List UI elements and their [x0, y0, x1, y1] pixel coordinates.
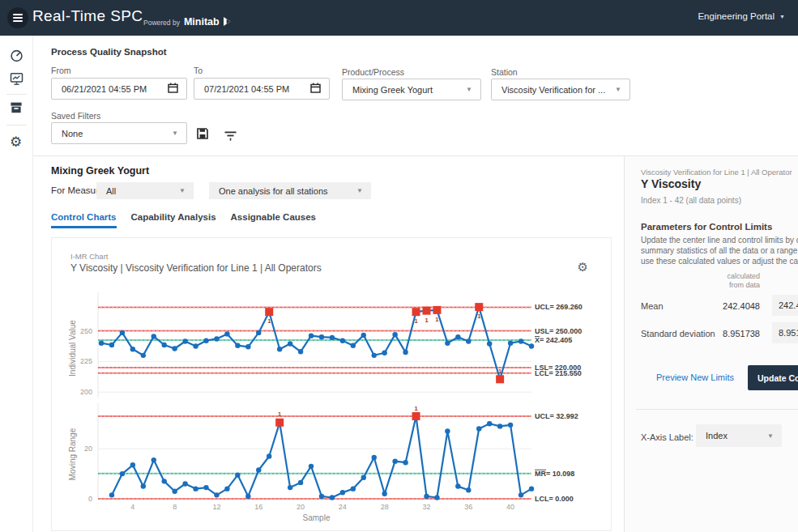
analysis-mode-select[interactable]: One analysis for all stations ▼ — [209, 182, 371, 199]
stddev-input[interactable]: 8.951738 — [772, 322, 798, 343]
minitab-brand: Minitab — [184, 16, 220, 28]
svg-text:250: 250 — [80, 327, 92, 335]
stddev-calculated-value: 8.951738 — [673, 329, 760, 338]
svg-text:0: 0 — [88, 495, 92, 503]
station-select[interactable]: Viscosity Verification for ... ▼ — [491, 79, 630, 100]
svg-text:Sample: Sample — [303, 513, 331, 522]
product-select[interactable]: Mixing Greek Yogurt ▼ — [342, 79, 481, 100]
sidebar-divider — [6, 125, 27, 126]
svg-text:32: 32 — [422, 503, 430, 511]
saved-filters-label: Saved Filters — [51, 111, 100, 121]
top-header-bar: Real-Time SPC Powered by Minitab Enginee… — [0, 0, 798, 36]
page-title: Process Quality Snapshot — [51, 47, 167, 57]
svg-text:X= 242.405: X= 242.405 — [535, 336, 572, 344]
mean-input[interactable]: 242.4048 — [772, 295, 798, 316]
svg-text:Moving Range: Moving Range — [68, 428, 77, 480]
svg-text:20: 20 — [297, 503, 305, 511]
xaxis-value: Index — [706, 431, 767, 440]
calendar-icon — [310, 83, 321, 95]
svg-text:24: 24 — [339, 503, 347, 511]
svg-text:36: 36 — [464, 503, 472, 511]
archive-box-icon[interactable] — [10, 101, 23, 117]
chevron-down-icon: ▼ — [779, 14, 785, 19]
svg-text:12: 12 — [212, 503, 220, 511]
powered-by: Powered by Minitab — [143, 14, 232, 28]
dashboard-gauge-icon[interactable] — [10, 49, 23, 66]
chevron-down-icon: ▼ — [172, 130, 178, 137]
index-range-label: Index 1 - 42 (all data points) — [641, 196, 741, 205]
svg-text:LCL= 215.550: LCL= 215.550 — [535, 369, 582, 377]
tab-capability-analysis[interactable]: Capability Analysis — [131, 212, 216, 228]
chevron-down-icon: ▼ — [356, 187, 363, 194]
measure-value: All — [106, 186, 179, 196]
imr-chart[interactable]: 200225250UCL= 269.260USL= 250.000X= 242.… — [52, 240, 612, 530]
svg-text:225: 225 — [80, 357, 92, 365]
svg-text:1: 1 — [435, 316, 438, 323]
calendar-icon — [168, 83, 178, 95]
chevron-down-icon: ▼ — [466, 86, 472, 93]
to-date-value: 07/21/2021 04:55 PM — [204, 84, 310, 94]
svg-text:40: 40 — [506, 503, 514, 511]
measure-select[interactable]: All ▼ — [96, 182, 194, 199]
parameters-heading: Parameters for Control Limits — [641, 222, 772, 232]
svg-text:MR= 10.098: MR= 10.098 — [535, 470, 574, 478]
panel-title: Y Viscosity — [641, 177, 701, 190]
svg-text:16: 16 — [254, 503, 262, 511]
svg-text:USL= 250.000: USL= 250.000 — [535, 327, 582, 335]
svg-text:LCL= 0.000: LCL= 0.000 — [535, 495, 574, 503]
station-label: Station — [491, 67, 518, 77]
mean-label: Mean — [641, 301, 664, 311]
powered-by-label: Powered by — [143, 19, 180, 27]
saved-filters-value: None — [62, 129, 172, 138]
panel-subtitle: Viscosity Verification for Line 1 | All … — [641, 168, 792, 177]
settings-gear-icon[interactable]: ⚙ — [10, 135, 22, 149]
preview-new-limits-link[interactable]: Preview New Limits — [641, 372, 734, 382]
parameters-description-line: use these calculated values or adjust th… — [641, 256, 798, 266]
svg-text:UCL= 32.992: UCL= 32.992 — [535, 412, 578, 420]
svg-text:1: 1 — [477, 313, 480, 320]
svg-text:1: 1 — [414, 405, 417, 412]
process-title: Mixing Greek Yogurt — [51, 165, 149, 177]
svg-text:4: 4 — [130, 503, 134, 511]
chevron-down-icon: ▼ — [767, 432, 774, 440]
sidebar-divider — [6, 94, 27, 95]
monitor-chart-icon[interactable] — [10, 72, 23, 89]
filter-icon[interactable] — [224, 130, 237, 144]
from-label: From — [51, 66, 71, 75]
svg-text:28: 28 — [381, 503, 389, 511]
panel-divider — [636, 409, 798, 410]
portal-selector[interactable]: Engineering Portal ▼ — [698, 11, 785, 21]
svg-text:1: 1 — [498, 368, 501, 375]
minitab-logo-icon — [224, 15, 232, 29]
saved-filters-select[interactable]: None ▼ — [51, 122, 187, 144]
chevron-down-icon: ▼ — [179, 187, 186, 194]
to-date-input[interactable]: 07/21/2021 04:55 PM — [194, 78, 330, 100]
parameters-description-line: summary statistics of all the data or a … — [641, 245, 798, 256]
tab-control-charts[interactable]: Control Charts — [51, 212, 117, 228]
portal-label: Engineering Portal — [698, 11, 775, 21]
svg-text:20: 20 — [84, 445, 92, 453]
svg-text:1: 1 — [425, 317, 428, 324]
tab-assignable-causes[interactable]: Assignable Causes — [231, 212, 316, 228]
station-value: Viscosity Verification for ... — [501, 85, 615, 95]
from-date-input[interactable]: 06/21/2021 04:55 PM — [51, 78, 187, 100]
chevron-down-icon: ▼ — [615, 86, 621, 93]
imr-chart-card: I-MR Chart Y Viscosity | Viscosity Verif… — [51, 237, 612, 531]
calculated-from-data-header: calculated from data — [673, 272, 760, 290]
svg-text:Individual Value: Individual Value — [68, 320, 77, 377]
menu-icon[interactable] — [7, 7, 28, 28]
svg-text:1: 1 — [414, 317, 417, 325]
svg-text:UCL= 269.260: UCL= 269.260 — [535, 303, 582, 311]
app-title: Real-Time SPC — [32, 7, 143, 25]
tab-bar: Control Charts Capability Analysis Assig… — [51, 212, 316, 228]
control-limits-panel: Viscosity Verification for Line 1 | All … — [624, 156, 798, 532]
xaxis-select[interactable]: Index ▼ — [696, 424, 782, 447]
svg-text:1: 1 — [267, 317, 271, 325]
real-time-spc-app: { "header": { "app_title": "Real-Time SP… — [0, 0, 798, 532]
mean-calculated-value: 242.4048 — [673, 301, 760, 311]
update-control-limits-button[interactable]: Update Control Limits — [748, 365, 798, 390]
svg-text:8: 8 — [173, 503, 177, 511]
save-filter-icon[interactable] — [196, 127, 209, 143]
product-label: Product/Process — [342, 67, 404, 77]
svg-text:1: 1 — [278, 411, 281, 418]
